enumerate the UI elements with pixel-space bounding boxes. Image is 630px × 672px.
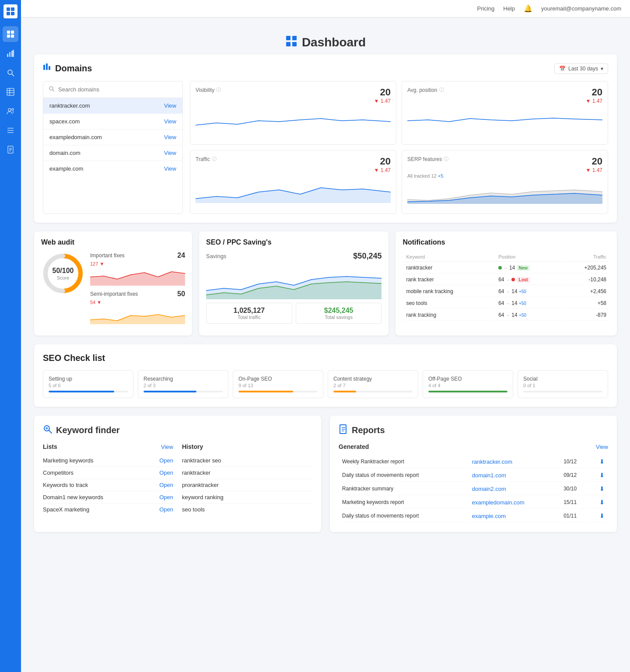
traffic-change: ▼ 1.47 <box>374 167 391 173</box>
web-audit-panel: Web audit 50/100 Score <box>34 231 192 336</box>
list-item-open[interactable]: Open <box>159 482 173 488</box>
info-icon[interactable]: ⓘ <box>444 156 448 162</box>
sidebar-item-analytics[interactable] <box>3 46 18 61</box>
report-download[interactable]: ⬇ <box>591 496 607 509</box>
info-icon[interactable]: ⓘ <box>439 87 444 93</box>
list-item-open[interactable]: Open <box>159 494 173 500</box>
report-domain[interactable]: exampledomain.com <box>469 496 560 509</box>
search-input[interactable] <box>58 86 177 93</box>
pricing-link[interactable]: Pricing <box>477 5 495 12</box>
kw-cell: mobile rank tracking <box>403 286 495 297</box>
svg-rect-24 <box>292 36 297 40</box>
reports-view-link[interactable]: View <box>596 444 608 450</box>
score-label: Score <box>52 275 74 280</box>
important-fixes: Important fixes 24 127 ▼ <box>90 252 185 286</box>
svg-rect-1 <box>11 31 14 34</box>
list-item-open[interactable]: Open <box>159 506 173 513</box>
top-nav: Pricing Help 🔔 youremail@companyname.com <box>21 0 630 18</box>
list-item-name: Competitors <box>43 469 74 476</box>
domains-section: Domains 📅 Last 30 days ▾ ranktracker.com <box>34 54 617 223</box>
savings-label: Savings <box>206 253 226 259</box>
domain-view-link[interactable]: View <box>164 165 176 172</box>
report-download[interactable]: ⬇ <box>591 469 607 482</box>
report-domain[interactable]: domain2.com <box>469 483 560 495</box>
dashboard-header: Dashboard <box>34 26 617 54</box>
domain-view-link[interactable]: View <box>164 150 176 156</box>
list-item: Marketing keywords Open <box>43 455 173 467</box>
svg-rect-3 <box>11 35 14 38</box>
keyword-finder-label: Keyword finder <box>56 425 120 435</box>
domain-item[interactable]: ranktracker.com View <box>43 98 182 114</box>
sidebar-item-team[interactable] <box>3 103 18 119</box>
check-off-page-seo[interactable]: Off-Page SEO 4 of 4 <box>423 370 513 398</box>
check-progress: 9 of 13 <box>238 383 318 388</box>
dashboard-title: Dashboard <box>302 35 366 49</box>
info-icon[interactable]: ⓘ <box>212 156 217 162</box>
kw-cell: seo tools <box>403 298 495 309</box>
info-icon[interactable]: ⓘ <box>216 87 221 93</box>
reports-generated-header: Generated View <box>339 443 608 450</box>
sidebar-item-table[interactable] <box>3 84 18 100</box>
kw-lists-title: Lists <box>43 443 57 450</box>
domain-item[interactable]: example.com View <box>43 161 182 176</box>
domain-item[interactable]: exampledomain.com View <box>43 130 182 145</box>
svg-rect-5 <box>9 52 10 57</box>
user-email[interactable]: youremail@companyname.com <box>541 5 621 12</box>
help-link[interactable]: Help <box>503 5 515 12</box>
visibility-chart <box>196 108 391 134</box>
domain-view-link[interactable]: View <box>164 118 176 125</box>
kw-lists-view-link[interactable]: View <box>161 444 173 450</box>
download-icon: ⬇ <box>599 472 605 479</box>
report-domain[interactable]: example.com <box>469 510 560 522</box>
svg-point-30 <box>49 87 53 90</box>
keyword-finder-section: Keyword finder Lists View Marketing keyw… <box>34 416 321 532</box>
domain-item[interactable]: spacex.com View <box>43 114 182 130</box>
main-content: Dashboard Domains 📅 Last 30 days ▾ <box>21 18 630 541</box>
report-download[interactable]: ⬇ <box>591 455 607 468</box>
keyword-finder-icon <box>43 424 52 436</box>
domain-item[interactable]: domain.com View <box>43 145 182 161</box>
domain-name: example.com <box>49 165 83 172</box>
check-bar-bg <box>428 391 508 392</box>
check-researching[interactable]: Researching 2 of 3 <box>138 370 228 398</box>
sidebar-item-search[interactable] <box>3 65 18 80</box>
sidebar-item-list[interactable] <box>3 122 18 138</box>
traffic-cell: +2,456 <box>561 286 609 297</box>
domains-section-header: Domains 📅 Last 30 days ▾ <box>43 63 608 74</box>
check-progress: 0 of 1 <box>523 383 602 388</box>
kw-lists-col: Lists View Marketing keywords Open Compe… <box>43 443 173 515</box>
list-item: Domain1 new keywords Open <box>43 491 173 504</box>
svg-rect-4 <box>7 54 8 57</box>
report-name: Marketing keywords report <box>340 496 469 509</box>
kw-history-col: History ranktracker seo ranktracker pror… <box>182 443 312 515</box>
seo-ppc-title: SEO / PPC Saving's <box>206 238 382 246</box>
report-domain[interactable]: domain1.com <box>469 469 560 482</box>
download-icon: ⬇ <box>599 499 605 506</box>
report-download[interactable]: ⬇ <box>591 483 607 495</box>
domain-view-link[interactable]: View <box>164 134 176 140</box>
check-setting-up[interactable]: Setting up 5 of 6 <box>43 370 133 398</box>
domain-view-link[interactable]: View <box>164 102 176 109</box>
report-name: Daily status of movements report <box>340 469 469 482</box>
check-bar-fill <box>333 391 356 392</box>
list-item-open[interactable]: Open <box>159 469 173 476</box>
sidebar-logo[interactable] <box>4 4 18 18</box>
list-item-open[interactable]: Open <box>159 457 173 464</box>
check-bar-bg <box>523 391 602 392</box>
check-content-strategy[interactable]: Content strategy 2 of 7 <box>328 370 418 398</box>
middle-panels: Web audit 50/100 Score <box>34 231 617 336</box>
date-filter[interactable]: 📅 Last 30 days ▾ <box>554 63 608 74</box>
check-social[interactable]: Social 0 of 1 <box>518 370 608 398</box>
notification-bell[interactable]: 🔔 <box>524 4 532 13</box>
score-value: 50/100 <box>52 266 74 275</box>
serp-chart <box>407 182 602 208</box>
notif-col-traffic: Traffic <box>561 252 609 262</box>
check-on-page-seo[interactable]: On-Page SEO 9 of 13 <box>233 370 323 398</box>
sidebar-item-dashboard[interactable] <box>3 26 18 42</box>
pos-cell: 64 → 14 +50 <box>496 298 560 309</box>
report-domain[interactable]: ranktracker.com <box>469 455 560 468</box>
report-download[interactable]: ⬇ <box>591 510 607 522</box>
svg-rect-23 <box>286 36 290 40</box>
sidebar-item-reports[interactable] <box>3 142 18 158</box>
report-date: 01/11 <box>561 510 590 522</box>
